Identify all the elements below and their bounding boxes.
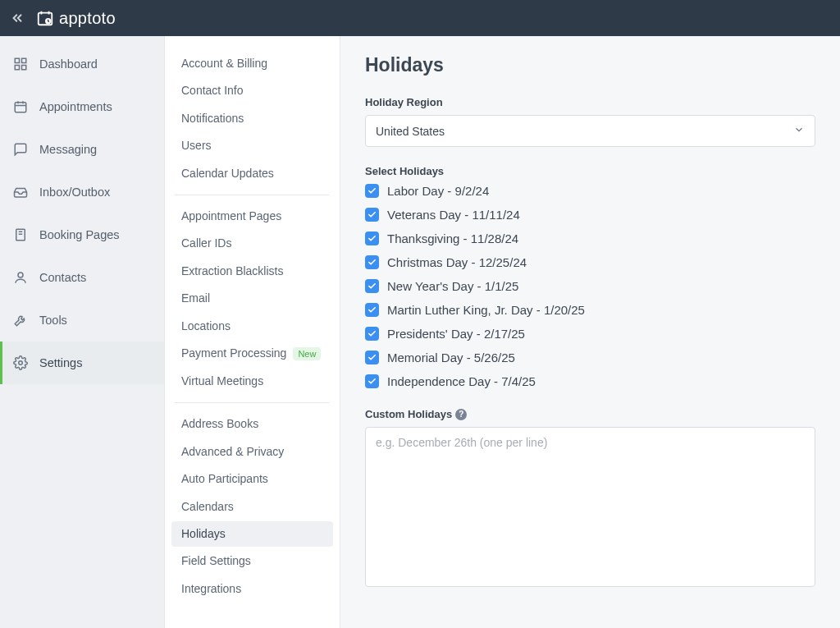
svg-rect-2 [15, 58, 19, 62]
divider [175, 402, 330, 403]
sidebar-item-label: Inbox/Outbox [39, 186, 110, 199]
subnav-email[interactable]: Email [171, 286, 333, 311]
holiday-label: Martin Luther King, Jr. Day - 1/20/25 [387, 303, 585, 317]
sidebar-item-label: Dashboard [39, 57, 98, 71]
sidebar-item-label: Booking Pages [39, 228, 120, 241]
checkbox-checked-icon[interactable] [365, 208, 379, 222]
svg-point-9 [19, 361, 23, 365]
divider [175, 195, 330, 195]
holiday-list: Labor Day - 9/2/24Veterans Day - 11/11/2… [365, 184, 815, 388]
sidebar-collapse-button[interactable] [10, 11, 25, 25]
checkbox-checked-icon[interactable] [365, 184, 379, 198]
subnav-account-billing[interactable]: Account & Billing [171, 51, 333, 76]
holiday-label: New Year's Day - 1/1/25 [387, 279, 518, 293]
sidebar-item-label: Contacts [39, 271, 86, 284]
subnav-integrations[interactable]: Integrations [171, 576, 333, 602]
subnav-calendars[interactable]: Calendars [171, 494, 333, 520]
subnav-contact-info[interactable]: Contact Info [171, 78, 333, 103]
svg-point-8 [18, 273, 23, 277]
new-badge: New [293, 347, 321, 360]
holiday-row[interactable]: Labor Day - 9/2/24 [365, 184, 815, 198]
select-holidays-label: Select Holidays [365, 165, 815, 177]
user-icon [13, 270, 28, 285]
subnav-notifications[interactable]: Notifications [171, 106, 333, 131]
wrench-icon [13, 313, 28, 328]
brand-logo: apptoto [36, 9, 116, 28]
sidebar-item-label: Tools [39, 314, 67, 327]
sidebar-item-messaging[interactable]: Messaging [0, 128, 164, 171]
main-content: Holidays Holiday Region United States Se… [340, 36, 840, 628]
grid-icon [13, 57, 28, 71]
custom-holidays-input[interactable] [365, 427, 815, 587]
checkbox-checked-icon[interactable] [365, 279, 379, 293]
holiday-label: Veterans Day - 11/11/24 [387, 208, 520, 222]
sidebar-item-label: Settings [39, 356, 82, 369]
region-select[interactable]: United States [365, 115, 815, 147]
subnav-virtual-meetings[interactable]: Virtual Meetings [171, 369, 333, 394]
holiday-row[interactable]: Christmas Day - 12/25/24 [365, 255, 815, 269]
holiday-label: Labor Day - 9/2/24 [387, 184, 489, 198]
sidebar-item-settings[interactable]: Settings [0, 342, 164, 384]
subnav-caller-ids[interactable]: Caller IDs [171, 231, 333, 256]
help-icon[interactable]: ? [455, 409, 467, 420]
gear-icon [13, 355, 28, 370]
subnav-calendar-updates[interactable]: Calendar Updates [171, 161, 333, 186]
sidebar-item-inbox-outbox[interactable]: Inbox/Outbox [0, 171, 164, 213]
calendar-icon [36, 9, 54, 27]
holiday-row[interactable]: Veterans Day - 11/11/24 [365, 208, 815, 222]
region-value: United States [376, 125, 445, 138]
subnav-advanced-privacy[interactable]: Advanced & Privacy [171, 439, 333, 465]
holiday-label: Thanksgiving - 11/28/24 [387, 231, 518, 245]
subnav-extraction-blacklists[interactable]: Extraction Blacklists [171, 259, 333, 284]
sidebar-item-tools[interactable]: Tools [0, 299, 164, 342]
book-icon [13, 227, 28, 242]
page-title: Holidays [365, 54, 815, 76]
sidebar-item-label: Messaging [39, 143, 97, 156]
holiday-row[interactable]: Memorial Day - 5/26/25 [365, 351, 815, 364]
topbar: apptoto [0, 0, 840, 36]
holiday-row[interactable]: New Year's Day - 1/1/25 [365, 279, 815, 293]
primary-sidebar: Dashboard Appointments Messaging Inbox/O… [0, 36, 165, 628]
checkbox-checked-icon[interactable] [365, 255, 379, 269]
settings-subnav: Account & Billing Contact Info Notificat… [165, 36, 340, 628]
holiday-row[interactable]: Thanksgiving - 11/28/24 [365, 231, 815, 245]
svg-rect-4 [15, 66, 19, 70]
subnav-holidays[interactable]: Holidays [171, 521, 333, 547]
custom-holidays-label: Custom Holidays ? [365, 408, 815, 420]
subnav-users[interactable]: Users [171, 133, 333, 158]
checkbox-checked-icon[interactable] [365, 327, 379, 341]
holiday-label: Christmas Day - 12/25/24 [387, 255, 527, 269]
checkbox-checked-icon[interactable] [365, 303, 379, 317]
sidebar-item-label: Appointments [39, 100, 112, 113]
brand-name: apptoto [59, 9, 116, 28]
message-icon [13, 142, 28, 157]
svg-rect-6 [15, 103, 26, 112]
subnav-appointment-pages[interactable]: Appointment Pages [171, 204, 333, 229]
subnav-auto-participants[interactable]: Auto Participants [171, 466, 333, 492]
subnav-locations[interactable]: Locations [171, 314, 333, 339]
checkbox-checked-icon[interactable] [365, 231, 379, 245]
region-label: Holiday Region [365, 96, 815, 108]
inbox-icon [13, 185, 28, 199]
holiday-label: Memorial Day - 5/26/25 [387, 351, 515, 364]
checkbox-checked-icon[interactable] [365, 374, 379, 388]
sidebar-item-contacts[interactable]: Contacts [0, 256, 164, 299]
holiday-row[interactable]: Martin Luther King, Jr. Day - 1/20/25 [365, 303, 815, 317]
subnav-address-books[interactable]: Address Books [171, 411, 333, 437]
holiday-label: Presidents' Day - 2/17/25 [387, 327, 525, 341]
sidebar-item-appointments[interactable]: Appointments [0, 85, 164, 128]
svg-rect-5 [22, 66, 26, 70]
calendar-icon [13, 99, 28, 114]
sidebar-item-dashboard[interactable]: Dashboard [0, 43, 164, 85]
subnav-payment-processing[interactable]: Payment ProcessingNew [171, 341, 333, 367]
sidebar-item-booking-pages[interactable]: Booking Pages [0, 213, 164, 256]
checkbox-checked-icon[interactable] [365, 351, 379, 364]
holiday-row[interactable]: Independence Day - 7/4/25 [365, 374, 815, 388]
subnav-field-settings[interactable]: Field Settings [171, 548, 333, 574]
chevron-down-icon [793, 124, 805, 138]
holiday-label: Independence Day - 7/4/25 [387, 374, 536, 388]
holiday-row[interactable]: Presidents' Day - 2/17/25 [365, 327, 815, 341]
svg-rect-3 [22, 58, 26, 62]
